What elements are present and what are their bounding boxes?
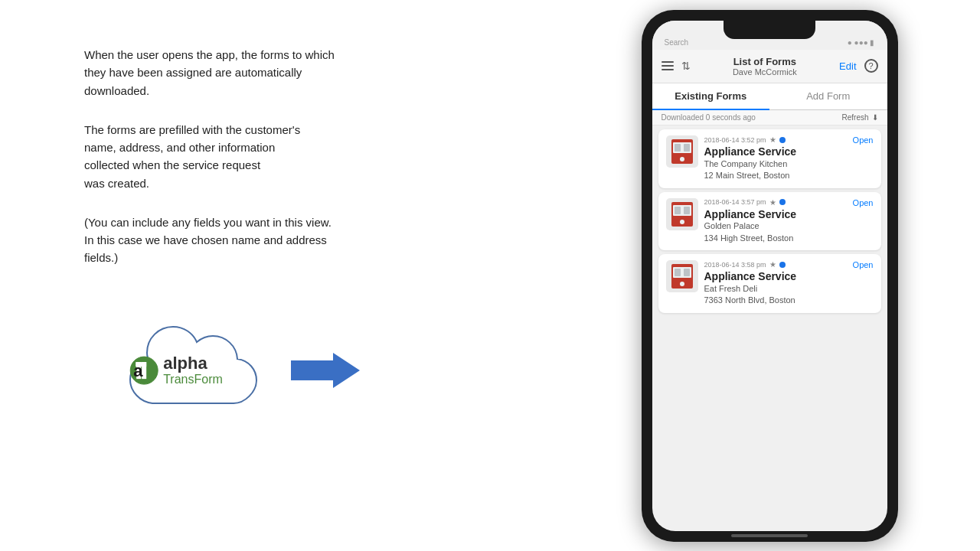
svg-rect-10 bbox=[684, 144, 690, 152]
refresh-label: Refresh bbox=[841, 113, 868, 122]
svg-rect-19 bbox=[675, 269, 681, 276]
form-title: Appliance Service bbox=[704, 270, 874, 283]
status-search-text: Search bbox=[665, 38, 689, 47]
app-header: ⇅ List of Forms Dave McCormick Edit ? bbox=[652, 50, 887, 84]
svg-point-13 bbox=[680, 220, 684, 224]
alpha-label: alpha bbox=[163, 354, 223, 373]
form-company: Golden Palace134 High Street, Boston bbox=[704, 220, 874, 244]
header-right: Edit ? bbox=[839, 59, 877, 73]
paragraph-2: The forms are prefilled with the custome… bbox=[84, 121, 528, 192]
form-date: 2018-06-14 3:57 pm bbox=[704, 198, 766, 206]
alpha-icon: a bbox=[129, 356, 158, 385]
form-card-meta: 2018-06-14 3:52 pm ★ bbox=[704, 135, 874, 144]
form-title: Appliance Service bbox=[704, 145, 874, 158]
transform-label: TransForm bbox=[163, 373, 223, 386]
download-status-text: Downloaded 0 seconds ago bbox=[662, 113, 756, 122]
edit-button[interactable]: Edit bbox=[839, 60, 856, 72]
form-card-content: 2018-06-14 3:57 pm ★ Appliance Service G… bbox=[704, 198, 874, 245]
header-center: List of Forms Dave McCormick bbox=[691, 56, 840, 77]
form-card-content: 2018-06-14 3:52 pm ★ Appliance Service T… bbox=[704, 135, 874, 182]
forms-list: 2018-06-14 3:52 pm ★ Appliance Service T… bbox=[652, 126, 887, 317]
tabs-bar: Existing Forms Add Form bbox=[652, 83, 887, 110]
appliance-service-icon bbox=[668, 201, 696, 228]
form-card-meta: 2018-06-14 3:58 pm ★ bbox=[704, 260, 874, 269]
help-icon[interactable]: ? bbox=[864, 59, 878, 73]
open-button[interactable]: Open bbox=[853, 135, 874, 145]
form-card[interactable]: 2018-06-14 3:52 pm ★ Appliance Service T… bbox=[658, 129, 881, 188]
star-icon: ★ bbox=[769, 135, 776, 144]
phone-mockup: Search ● ●●● ▮ ⇅ List of Forms Dave McCo… bbox=[642, 10, 898, 542]
form-card-icon bbox=[666, 198, 698, 230]
open-button[interactable]: Open bbox=[853, 198, 874, 207]
home-indicator bbox=[731, 534, 808, 537]
tab-add-form[interactable]: Add Form bbox=[769, 83, 887, 109]
form-card-icon bbox=[666, 260, 698, 292]
form-date: 2018-06-14 3:58 pm bbox=[704, 261, 766, 269]
alpha-text-block: alpha TransForm bbox=[163, 354, 223, 386]
phone-notch bbox=[724, 21, 815, 39]
cloud-logo-container: a alpha TransForm bbox=[84, 304, 268, 438]
form-card[interactable]: 2018-06-14 3:58 pm ★ Appliance Service E… bbox=[658, 254, 881, 313]
svg-point-8 bbox=[680, 157, 684, 161]
svg-point-18 bbox=[680, 282, 684, 286]
form-card-content: 2018-06-14 3:58 pm ★ Appliance Service E… bbox=[704, 260, 874, 307]
svg-rect-9 bbox=[675, 144, 681, 152]
form-company: Eat Fresh Deli7363 North Blvd, Boston bbox=[704, 283, 874, 307]
svg-rect-20 bbox=[684, 269, 690, 276]
svg-rect-14 bbox=[675, 207, 681, 214]
svg-rect-15 bbox=[684, 207, 690, 214]
sort-icon[interactable]: ⇅ bbox=[681, 60, 691, 72]
star-icon: ★ bbox=[769, 260, 776, 269]
paragraph-3: (You can include any fields you want in … bbox=[84, 214, 528, 267]
svg-text:a: a bbox=[133, 361, 143, 380]
form-card-meta: 2018-06-14 3:57 pm ★ bbox=[704, 198, 874, 207]
form-card[interactable]: 2018-06-14 3:57 pm ★ Appliance Service G… bbox=[658, 192, 881, 251]
status-icons: ● ●●● ▮ bbox=[848, 38, 875, 47]
appliance-service-icon bbox=[668, 262, 696, 290]
header-subtitle: Dave McCormick bbox=[691, 67, 840, 77]
new-indicator-dot bbox=[779, 199, 786, 205]
left-panel: When the user opens the app, the forms t… bbox=[0, 0, 559, 551]
new-indicator-dot bbox=[779, 137, 786, 143]
download-bar: Downloaded 0 seconds ago Refresh ⬇ bbox=[652, 110, 887, 126]
new-indicator-dot bbox=[779, 262, 786, 268]
form-date: 2018-06-14 3:52 pm bbox=[704, 136, 766, 144]
cloud-section: a alpha TransForm bbox=[84, 304, 528, 438]
header-title: List of Forms bbox=[691, 56, 840, 68]
hamburger-menu-icon[interactable] bbox=[662, 61, 674, 70]
paragraph-1: When the user opens the app, the forms t… bbox=[84, 46, 528, 99]
refresh-button[interactable]: Refresh ⬇ bbox=[841, 113, 877, 122]
refresh-icon: ⬇ bbox=[872, 113, 878, 122]
open-button[interactable]: Open bbox=[853, 260, 874, 269]
alpha-transform-logo: a alpha TransForm bbox=[129, 354, 223, 386]
right-arrow-icon bbox=[291, 347, 360, 393]
form-company: The Company Kitchen12 Main Street, Bosto… bbox=[704, 158, 874, 182]
tab-existing-forms[interactable]: Existing Forms bbox=[652, 83, 770, 110]
star-icon: ★ bbox=[769, 198, 776, 207]
phone-screen: Search ● ●●● ▮ ⇅ List of Forms Dave McCo… bbox=[652, 21, 887, 531]
right-panel: Search ● ●●● ▮ ⇅ List of Forms Dave McCo… bbox=[559, 0, 980, 551]
header-left: ⇅ bbox=[662, 60, 691, 72]
form-title: Appliance Service bbox=[704, 208, 874, 221]
form-card-icon bbox=[666, 135, 698, 168]
appliance-service-icon bbox=[668, 138, 696, 165]
svg-marker-5 bbox=[291, 353, 360, 388]
